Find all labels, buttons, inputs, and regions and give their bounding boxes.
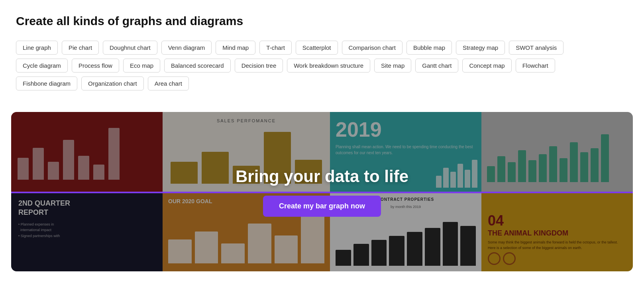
cell-2-title: SALES PERFOMANCE <box>171 118 322 123</box>
tag-item[interactable]: Site map <box>374 59 411 73</box>
cell-8-text: Some may think the biggest animals the f… <box>488 240 626 251</box>
hero-cell-8: 04 THE ANIMAL KINGDOM Some may think the… <box>481 192 633 271</box>
cell-6-header: OUR 2020 GOAL <box>168 198 212 204</box>
tag-item[interactable]: Comparison chart <box>342 41 402 55</box>
tag-item[interactable]: T-chart <box>259 41 292 55</box>
bar <box>472 160 477 188</box>
hero-section: SALES PERFOMANCE 2019 Planning shall mea… <box>11 112 633 271</box>
tag-item[interactable]: Doughnut chart <box>103 41 157 55</box>
bar <box>443 168 449 188</box>
tags-row-1: Line graphPie chartDoughnut chartVenn di… <box>16 41 628 55</box>
hero-cell-5: 2ND QUARTERREPORT • Planned expenses in … <box>11 192 163 271</box>
cell-3-year: 2019 <box>336 118 476 141</box>
bar <box>539 154 547 182</box>
bar <box>295 160 322 184</box>
cell-8-circles <box>488 252 516 265</box>
bar <box>108 128 120 180</box>
bar <box>518 150 526 182</box>
bar <box>389 236 404 266</box>
tag-item[interactable]: Organization chart <box>81 77 144 90</box>
bar <box>528 160 536 182</box>
bar <box>560 158 567 182</box>
bar <box>487 166 495 182</box>
top-section: Create all kinds of graphs and diagrams … <box>0 0 644 104</box>
bar <box>202 152 229 184</box>
bar <box>570 142 578 182</box>
tag-item[interactable]: Eco map <box>123 59 160 73</box>
tag-item[interactable]: Pie chart <box>62 41 99 55</box>
tag-item[interactable]: Decision tree <box>235 59 283 73</box>
circle-icon <box>503 252 516 265</box>
bar <box>549 146 557 182</box>
bar <box>336 250 351 266</box>
bar <box>465 170 470 188</box>
bar <box>371 240 387 266</box>
tag-item[interactable]: Fishbone diagram <box>16 77 77 90</box>
cell-7-bars <box>336 218 476 266</box>
cell-8-title: THE ANIMAL KINGDOM <box>488 229 626 238</box>
tag-item[interactable]: Balanced scorecard <box>164 59 231 73</box>
bar <box>301 216 324 263</box>
bar <box>264 132 291 184</box>
bar <box>171 162 198 184</box>
hero-cell-4 <box>481 112 633 192</box>
tag-item[interactable]: Line graph <box>16 41 58 55</box>
bar <box>78 156 89 180</box>
bar <box>18 158 29 180</box>
tag-item[interactable]: Gantt chart <box>415 59 458 73</box>
tag-item[interactable]: Area chart <box>148 77 189 90</box>
hero-cell-1 <box>11 112 163 192</box>
bar <box>450 172 456 188</box>
bar <box>275 235 298 263</box>
tag-item[interactable]: Strategy map <box>456 41 505 55</box>
cell-8-number: 04 <box>488 212 626 229</box>
bar <box>195 231 218 263</box>
bar <box>425 228 440 266</box>
bar <box>497 156 505 182</box>
bar <box>63 140 74 180</box>
bar <box>221 243 245 263</box>
tag-item[interactable]: Mind map <box>216 41 255 55</box>
tag-item[interactable]: Bubble map <box>406 41 452 55</box>
bar <box>233 166 260 184</box>
tag-item[interactable]: SWOT analysis <box>509 41 564 55</box>
bar <box>33 148 44 180</box>
tag-item[interactable]: Scatterplot <box>296 41 338 55</box>
cell-5-quarter: 2ND QUARTERREPORT <box>18 199 155 218</box>
bar <box>168 239 192 263</box>
bar <box>443 222 458 266</box>
tag-item[interactable]: Work breakdown structure <box>287 59 370 73</box>
cta-button[interactable]: Create my bar graph now <box>263 196 381 217</box>
bar <box>353 244 369 266</box>
circle-icon <box>488 252 501 265</box>
tag-item[interactable]: Process flow <box>72 59 119 73</box>
bar <box>248 224 271 263</box>
tag-item[interactable]: Flowchart <box>516 59 555 73</box>
bar <box>48 162 59 180</box>
tag-item[interactable]: Cycle diagram <box>16 59 68 73</box>
cell-3-text: Planning shall mean action. We need to b… <box>336 144 476 156</box>
bar <box>407 232 422 266</box>
hero-cell-3: 2019 Planning shall mean action. We need… <box>330 112 481 192</box>
cell-2-bars <box>171 132 322 184</box>
bar <box>580 152 588 182</box>
page-title: Create all kinds of graphs and diagrams <box>16 14 628 28</box>
tags-row-2: Cycle diagramProcess flowEco mapBalanced… <box>16 59 628 73</box>
hero-cell-2: SALES PERFOMANCE <box>163 112 330 192</box>
tag-item[interactable]: Concept map <box>462 59 511 73</box>
tags-row-3: Fishbone diagramOrganization chartArea c… <box>16 77 628 90</box>
bar <box>460 226 476 266</box>
bar <box>601 134 609 182</box>
bar <box>591 148 599 182</box>
bar <box>508 162 516 182</box>
tag-item[interactable]: Venn diagram <box>161 41 212 55</box>
cell-3-bars <box>436 160 477 188</box>
bar <box>457 164 463 188</box>
cell-5-bullets: • Planned expenses in international impa… <box>18 222 155 239</box>
bar <box>93 165 104 180</box>
bar <box>436 176 442 188</box>
hero-divider <box>11 192 633 193</box>
